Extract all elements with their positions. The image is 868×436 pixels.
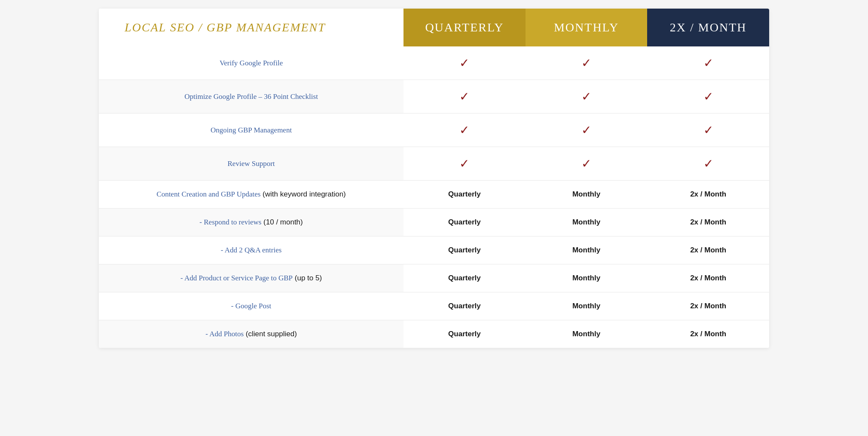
table-row: - Respond to reviews (10 / month)Quarter… [99,209,769,236]
cell-quarterly: Quarterly [403,320,526,348]
cell-quarterly: Quarterly [403,264,526,292]
cell-two_x: ✓ [647,147,769,181]
cell-two_x: 2x / Month [647,320,769,348]
cell-value-text: Monthly [572,330,600,338]
cell-value-text: 2x / Month [690,302,726,310]
pricing-table: LOCAL SEO / GBP MANAGEMENT QUARTERLY MON… [99,9,769,348]
header-row: LOCAL SEO / GBP MANAGEMENT QUARTERLY MON… [99,9,769,46]
col-header-2x: 2X / MONTH [647,9,769,46]
table-row: Verify Google Profile✓✓✓ [99,46,769,80]
cell-two_x: 2x / Month [647,181,769,209]
cell-value-text: Quarterly [448,302,481,310]
cell-quarterly: ✓ [403,114,526,147]
feature-plain-text: (up to 5) [293,274,322,282]
table-row: Review Support✓✓✓ [99,147,769,181]
feature-cell: - Google Post [99,292,403,320]
feature-plain-text: (client supplied) [244,330,297,338]
cell-monthly: Monthly [526,181,648,209]
feature-blue-text: Review Support [228,160,275,168]
checkmark-icon: ✓ [534,89,639,104]
table-row: - Add Product or Service Page to GBP (up… [99,264,769,292]
cell-two_x: 2x / Month [647,209,769,236]
feature-blue-text: - Add Product or Service Page to GBP [180,274,293,282]
table-title: LOCAL SEO / GBP MANAGEMENT [99,9,403,46]
cell-quarterly: ✓ [403,147,526,181]
feature-blue-text: Ongoing GBP Management [211,126,292,134]
feature-plain-text: (10 / month) [261,218,303,226]
cell-value-text: Quarterly [448,274,481,282]
2x-label: 2X / MONTH [670,21,747,34]
cell-quarterly: Quarterly [403,209,526,236]
cell-value-text: Monthly [572,246,600,254]
cell-monthly: Monthly [526,264,648,292]
table-row: Content Creation and GBP Updates (with k… [99,181,769,209]
cell-quarterly: Quarterly [403,292,526,320]
table-row: Optimize Google Profile – 36 Point Check… [99,80,769,114]
cell-value-text: 2x / Month [690,330,726,338]
col-header-quarterly: QUARTERLY [403,9,526,46]
feature-cell: - Respond to reviews (10 / month) [99,209,403,236]
feature-plain-text: (with keyword integration) [260,190,345,198]
cell-two_x: 2x / Month [647,236,769,264]
cell-value-text: Monthly [572,218,600,226]
feature-blue-text: Optimize Google Profile – 36 Point Check… [184,92,318,101]
feature-cell: - Add Product or Service Page to GBP (up… [99,264,403,292]
cell-value-text: Monthly [572,302,600,310]
cell-quarterly: Quarterly [403,181,526,209]
feature-blue-text: - Google Post [231,302,272,310]
checkmark-icon: ✓ [534,157,639,171]
cell-value-text: 2x / Month [690,218,726,226]
cell-quarterly: ✓ [403,46,526,80]
table-row: - Add 2 Q&A entriesQuarterlyMonthly2x / … [99,236,769,264]
cell-two_x: 2x / Month [647,264,769,292]
cell-value-text: 2x / Month [690,190,726,198]
cell-monthly: Monthly [526,236,648,264]
cell-value-text: Quarterly [448,246,481,254]
checkmark-icon: ✓ [534,56,639,70]
cell-quarterly: ✓ [403,80,526,114]
feature-cell: Optimize Google Profile – 36 Point Check… [99,80,403,114]
cell-value-text: Quarterly [448,218,481,226]
cell-monthly: ✓ [526,46,648,80]
feature-blue-text: - Add 2 Q&A entries [221,246,282,254]
feature-cell: Review Support [99,147,403,181]
checkmark-icon: ✓ [412,89,517,104]
checkmark-icon: ✓ [656,89,761,104]
cell-quarterly: Quarterly [403,236,526,264]
checkmark-icon: ✓ [656,123,761,137]
cell-monthly: Monthly [526,320,648,348]
cell-monthly: Monthly [526,292,648,320]
cell-two_x: ✓ [647,80,769,114]
title-text: LOCAL SEO / GBP MANAGEMENT [125,21,326,34]
cell-value-text: Monthly [572,274,600,282]
checkmark-icon: ✓ [656,56,761,70]
feature-blue-text: - Add Photos [205,330,244,338]
feature-cell: Verify Google Profile [99,46,403,80]
feature-blue-text: Verify Google Profile [220,59,283,67]
feature-cell: Content Creation and GBP Updates (with k… [99,181,403,209]
cell-monthly: ✓ [526,147,648,181]
feature-blue-text: Content Creation and GBP Updates [156,190,260,198]
col-header-monthly: MONTHLY [526,9,648,46]
table-row: Ongoing GBP Management✓✓✓ [99,114,769,147]
checkmark-icon: ✓ [534,123,639,137]
monthly-label: MONTHLY [554,21,619,34]
table-row: - Google PostQuarterlyMonthly2x / Month [99,292,769,320]
cell-value-text: 2x / Month [690,274,726,282]
cell-monthly: ✓ [526,114,648,147]
checkmark-icon: ✓ [656,157,761,171]
feature-cell: - Add Photos (client supplied) [99,320,403,348]
checkmark-icon: ✓ [412,56,517,70]
feature-cell: Ongoing GBP Management [99,114,403,147]
cell-monthly: Monthly [526,209,648,236]
cell-two_x: ✓ [647,114,769,147]
feature-cell: - Add 2 Q&A entries [99,236,403,264]
cell-value-text: 2x / Month [690,246,726,254]
checkmark-icon: ✓ [412,157,517,171]
cell-value-text: Quarterly [448,190,481,198]
cell-monthly: ✓ [526,80,648,114]
cell-two_x: 2x / Month [647,292,769,320]
checkmark-icon: ✓ [412,123,517,137]
feature-blue-text: - Respond to reviews [199,218,261,226]
quarterly-label: QUARTERLY [425,21,504,34]
